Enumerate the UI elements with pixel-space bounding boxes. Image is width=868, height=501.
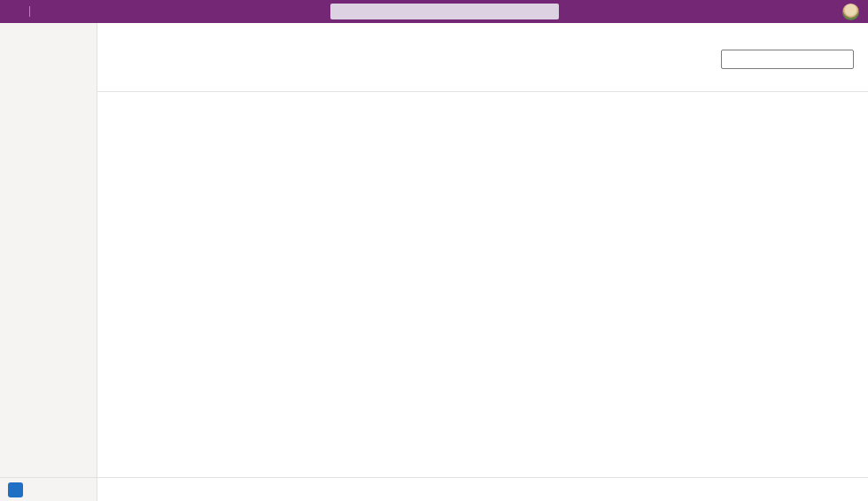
main-content [97,23,868,501]
top-navigation-bar [0,0,868,23]
command-bar [97,23,868,46]
top-bar-actions [763,4,868,20]
collapse-sidebar-button[interactable] [0,23,97,32]
area-badge [8,482,23,497]
filter-by-keyword-input[interactable] [721,50,854,69]
grid-empty-space [97,92,868,477]
user-avatar[interactable] [842,4,859,20]
site-map-sidebar [0,23,97,501]
view-header [97,46,868,72]
grid-status-bar [97,477,868,501]
area-switcher[interactable] [0,477,97,501]
power-apps-window [0,0,868,501]
grid-header-row [97,72,868,92]
global-search-input[interactable] [330,4,559,19]
main-layout [0,23,868,501]
view-actions [680,50,854,69]
divider [29,6,30,17]
